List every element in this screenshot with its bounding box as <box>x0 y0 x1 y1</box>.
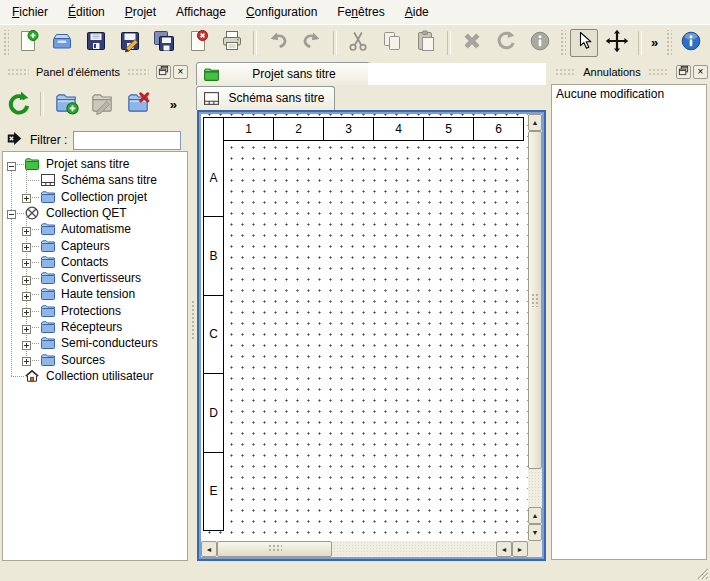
menu-fichier[interactable]: Fichier <box>2 1 58 23</box>
tree-expander-plus[interactable] <box>22 339 31 348</box>
tree-expander-plus[interactable] <box>22 257 31 266</box>
float-window-button[interactable] <box>156 65 171 79</box>
horizontal-scrollbar[interactable]: ◄◄► <box>201 541 528 557</box>
tree-item-collection-qet[interactable]: Collection QET <box>3 205 187 221</box>
tree-item-label: Convertisseurs <box>61 270 141 286</box>
tree-expander-plus[interactable] <box>22 241 31 250</box>
select-arrow-button[interactable] <box>570 29 598 57</box>
undo-history-list[interactable]: Aucune modification <box>551 84 707 560</box>
scroll-left-button[interactable]: ◄ <box>201 541 217 557</box>
redo-button[interactable] <box>297 28 327 58</box>
tree-expander-plus[interactable] <box>22 306 31 315</box>
window-resize-grip[interactable] <box>695 566 709 580</box>
horizontal-scroll-thumb[interactable] <box>217 541 332 557</box>
delete-category-button[interactable] <box>122 88 154 120</box>
new-category-button[interactable] <box>50 88 82 120</box>
paste-button[interactable] <box>411 28 441 58</box>
vertical-scroll-track[interactable] <box>528 469 542 507</box>
schema-canvas[interactable]: 123456 ABCDE <box>201 114 528 541</box>
edit-category-button[interactable] <box>86 88 118 120</box>
tree-item-sources[interactable]: Sources <box>3 352 187 368</box>
elements-panel-titlebar[interactable]: Panel d'éléments × <box>2 62 188 81</box>
refresh-button[interactable] <box>2 88 34 120</box>
tree-item-label: Protections <box>61 303 121 319</box>
tree-item-collection-utilisateur[interactable]: Collection utilisateur <box>3 368 187 384</box>
toolbar-separator <box>253 31 257 55</box>
toolbar-grip[interactable] <box>665 30 672 56</box>
delete-button[interactable] <box>457 28 487 58</box>
close-dock-button[interactable]: × <box>173 65 188 79</box>
cut-button[interactable] <box>343 28 373 58</box>
horizontal-scroll-track[interactable] <box>332 541 496 557</box>
close-dock-button[interactable]: × <box>693 65 708 79</box>
tab-project[interactable]: Projet sans titre <box>196 62 370 85</box>
menu-aide[interactable]: Aide <box>395 1 439 23</box>
tree-item-projet-sans-titre[interactable]: Projet sans titre <box>3 156 187 172</box>
filter-input[interactable] <box>73 131 181 150</box>
tree-item-semi-conducteurs[interactable]: Semi-conducteurs <box>3 335 187 351</box>
element-info-button[interactable] <box>525 28 555 58</box>
menu-projet[interactable]: Projet <box>115 1 166 23</box>
tab-schema[interactable]: Schéma sans titre <box>196 86 335 110</box>
scroll-down-button[interactable]: ▼ <box>528 524 542 541</box>
tree-expander-plus[interactable] <box>22 323 31 332</box>
tree-expander-minus[interactable] <box>7 160 16 169</box>
elements-panel-title: Panel d'éléments <box>34 66 122 78</box>
tree-expander-plus[interactable] <box>22 355 31 364</box>
vertical-scroll-thumb[interactable] <box>528 131 542 469</box>
copy-icon <box>380 29 404 56</box>
undo-button[interactable] <box>263 28 293 58</box>
toolbar-overflow-chevron[interactable]: » <box>648 35 661 50</box>
save-as-button[interactable] <box>115 28 145 58</box>
float-window-button[interactable] <box>676 65 691 79</box>
tree-item-automatisme[interactable]: Automatisme <box>3 221 187 237</box>
tree-item-schema-sans-titre[interactable]: Schéma sans titre <box>3 172 187 188</box>
clear-filter-icon[interactable] <box>5 129 24 151</box>
scroll-right-button[interactable]: ► <box>512 541 528 557</box>
rotate-button[interactable] <box>491 28 521 58</box>
tree-item-contacts[interactable]: Contacts <box>3 254 187 270</box>
column-header-3: 3 <box>323 118 373 140</box>
scroll-left-button[interactable]: ◄ <box>496 541 512 557</box>
move-tool-button[interactable] <box>602 28 632 58</box>
toolbar-grip[interactable] <box>559 30 566 56</box>
menu-affichage[interactable]: Affichage <box>166 1 236 23</box>
menu-fenetres[interactable]: Fenêtres <box>327 1 394 23</box>
tree-expander-minus[interactable] <box>7 208 16 217</box>
column-header-2: 2 <box>273 118 323 140</box>
tree-expander-plus[interactable] <box>22 225 31 234</box>
tree-expander-plus[interactable] <box>22 192 31 201</box>
tree-item-label: Sources <box>61 352 105 368</box>
tree-item-haute-tension[interactable]: Haute tension <box>3 286 187 302</box>
save-all-button[interactable] <box>149 28 179 58</box>
panel-overflow-chevron[interactable]: » <box>167 97 180 112</box>
elements-tree[interactable]: Projet sans titreSchéma sans titreCollec… <box>2 151 188 561</box>
scroll-up-button[interactable]: ▲ <box>528 114 542 131</box>
new-document-button[interactable] <box>13 28 43 58</box>
print-button[interactable] <box>217 28 247 58</box>
row-header-C: C <box>204 296 223 374</box>
tree-expander-plus[interactable] <box>22 274 31 283</box>
copy-button[interactable] <box>377 28 407 58</box>
new-document-icon <box>16 29 40 56</box>
vertical-scrollbar[interactable]: ▲▲▼ <box>528 114 542 541</box>
save-as-icon <box>118 29 142 56</box>
toolbar-grip[interactable] <box>2 30 9 56</box>
close-document-button[interactable] <box>183 28 213 58</box>
save-button[interactable] <box>81 28 111 58</box>
tree-item-protections[interactable]: Protections <box>3 303 187 319</box>
tree-expander-plus[interactable] <box>22 290 31 299</box>
undo-panel-titlebar[interactable]: Annulations × <box>550 62 708 81</box>
home-icon <box>24 368 40 384</box>
menu-edition[interactable]: Édition <box>58 1 115 23</box>
tree-item-capteurs[interactable]: Capteurs <box>3 238 187 254</box>
collection-folder-icon <box>40 254 56 270</box>
tree-item-recepteurs[interactable]: Récepteurs <box>3 319 187 335</box>
menu-configuration[interactable]: Configuration <box>236 1 327 23</box>
about-info-button[interactable] <box>676 28 706 58</box>
tree-item-convertisseurs[interactable]: Convertisseurs <box>3 270 187 286</box>
undo-list-item[interactable]: Aucune modification <box>552 85 706 103</box>
tree-item-collection-projet[interactable]: Collection projet <box>3 189 187 205</box>
open-folder-button[interactable] <box>47 28 77 58</box>
scroll-up-button[interactable]: ▲ <box>528 507 542 524</box>
